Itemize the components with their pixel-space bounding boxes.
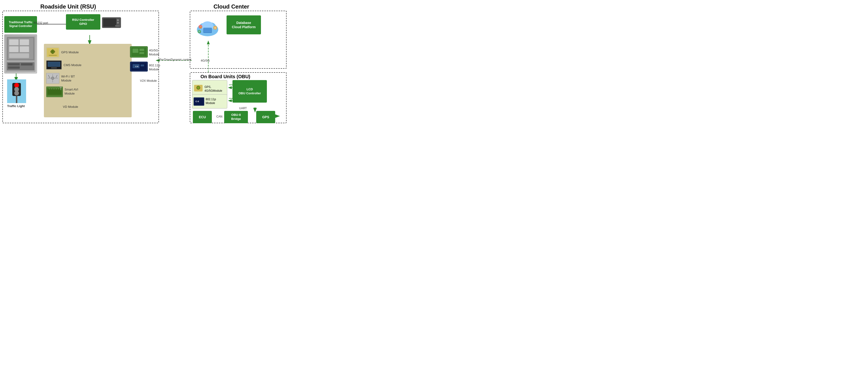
svg-rect-33 xyxy=(8,63,20,65)
4g5g-module-icon xyxy=(130,46,148,58)
svg-rect-71 xyxy=(140,52,144,54)
svg-rect-46 xyxy=(49,55,57,56)
svg-point-22 xyxy=(117,22,119,24)
lcd-obu-box: LCD OBU Controller xyxy=(232,80,267,103)
svg-rect-28 xyxy=(20,39,29,45)
svg-rect-58 xyxy=(48,89,61,95)
svg-rect-83 xyxy=(204,30,211,31)
cloud-platform-icon: 🔒 ⚙ 🔍 xyxy=(193,15,222,39)
svg-rect-50 xyxy=(51,68,57,68)
vd-module-label: VD Module xyxy=(63,105,78,108)
802-module-label: 802.11p Module xyxy=(149,64,160,72)
svg-rect-69 xyxy=(133,48,138,53)
svg-rect-84 xyxy=(204,31,211,32)
svg-rect-75 xyxy=(141,64,144,66)
cloud-title: Cloud Center xyxy=(214,3,249,10)
802-obu-label: 802.11p Module xyxy=(206,98,216,105)
802-module-icon: C-II xyxy=(130,62,148,72)
svg-rect-35 xyxy=(8,66,20,69)
traffic-light-image xyxy=(7,79,26,103)
802-obu-box: C-II 802.11p Module xyxy=(192,94,227,108)
svg-rect-63 xyxy=(58,89,59,89)
traffic-controller-image xyxy=(4,34,37,73)
svg-rect-62 xyxy=(56,89,57,89)
gps-module-icon xyxy=(46,47,59,57)
rs232-label: RS232 port xyxy=(34,21,48,25)
gps-obu-right-box: GPS xyxy=(256,111,275,123)
svg-rect-49 xyxy=(48,62,60,66)
cms-module-icon xyxy=(46,61,62,69)
svg-point-92 xyxy=(197,86,200,89)
svg-rect-23 xyxy=(115,25,120,27)
svg-rect-60 xyxy=(51,89,52,89)
uart-label: UART xyxy=(239,107,247,110)
can-label: CAN xyxy=(216,115,222,118)
svg-rect-59 xyxy=(49,89,50,89)
svg-text:C-II: C-II xyxy=(135,65,138,68)
svg-text:🔒: 🔒 xyxy=(199,26,202,28)
avi-module-icon xyxy=(46,87,63,97)
svg-rect-31 xyxy=(9,53,29,58)
rsu-device-image xyxy=(101,14,122,30)
svg-rect-70 xyxy=(140,48,144,51)
database-cloud-box: Database Cloud Platform xyxy=(226,15,261,34)
svg-point-54 xyxy=(51,77,54,80)
svg-text:🔍: 🔍 xyxy=(198,30,201,33)
4g5g-connection-label: 4G/5G xyxy=(201,59,210,62)
wifi-module-icon xyxy=(46,73,59,83)
svg-rect-30 xyxy=(20,46,29,52)
traditional-traffic-box: Traditional Traffic Signal Controller xyxy=(4,16,37,33)
rsu-title: Roadside Unit (RSU) xyxy=(40,3,96,10)
svg-rect-61 xyxy=(53,89,55,89)
svg-rect-27 xyxy=(9,39,19,45)
obu-title: On Board Units (OBU) xyxy=(200,74,250,79)
diagram-container: Roadside Unit (RSU) Traditional Traffic … xyxy=(0,0,289,126)
obu-bridge-box: OBU-II Bridge xyxy=(224,111,248,123)
gps-4g5g-obu-label: GPS, 4G/5GModule xyxy=(205,85,222,93)
cms-module-label: CMS Module xyxy=(64,63,81,67)
v2x-module-label: V2X Module xyxy=(140,79,157,82)
svg-rect-34 xyxy=(21,63,32,65)
traffic-light-label: Traffic Light xyxy=(7,104,25,108)
svg-rect-29 xyxy=(9,46,19,52)
svg-point-21 xyxy=(117,19,119,21)
4g5g-module-label: 4G/5G Module xyxy=(149,48,159,57)
wifi-module-label: Wi-Fi / BT Module xyxy=(61,75,75,83)
pretime-label: PreTime/Dynamic control xyxy=(159,58,191,61)
svg-point-41 xyxy=(14,91,19,96)
svg-rect-20 xyxy=(103,19,116,27)
rsu-controller-box: RSU Controller GPIO xyxy=(66,14,100,30)
ecu-box: ECU xyxy=(193,111,212,123)
svg-text:C-II: C-II xyxy=(195,100,199,103)
svg-text:⚙: ⚙ xyxy=(214,27,216,29)
svg-rect-82 xyxy=(204,28,211,29)
gps-module-label: GPS Module xyxy=(61,50,79,54)
smart-avi-label: Smart AVI Module xyxy=(64,88,78,96)
svg-rect-45 xyxy=(50,51,55,53)
